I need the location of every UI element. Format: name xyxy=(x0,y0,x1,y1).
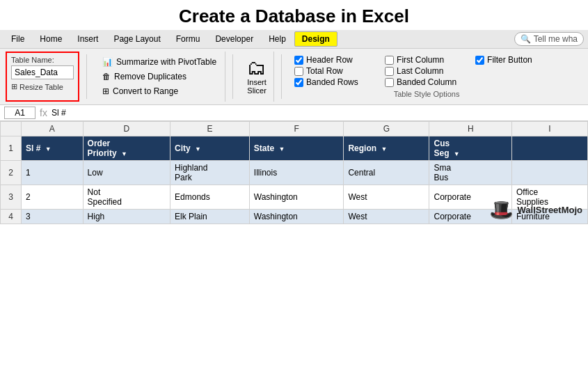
col-header-row: A D E F G H I xyxy=(1,122,588,136)
convert-to-range-button[interactable]: ⊞ Convert to Range xyxy=(100,85,219,97)
insert-slicer-button[interactable]: 🗂 InsertSlicer xyxy=(240,52,274,102)
th-cus: CusSeg ▼ xyxy=(429,136,512,161)
separator-2 xyxy=(232,54,233,99)
cell-2-h: SmaBus xyxy=(429,161,512,185)
th-extra xyxy=(511,136,587,161)
row-num-1: 1 xyxy=(1,136,22,161)
separator-3 xyxy=(281,54,282,99)
first-column-option[interactable]: First Column xyxy=(385,55,468,65)
fx-symbol: fx xyxy=(40,107,47,118)
header-row-checkbox[interactable] xyxy=(294,56,303,65)
cell-2-f: Illinois xyxy=(249,161,344,185)
style-options-row-2: Total Row Last Column xyxy=(294,66,559,76)
tell-me-text: Tell me wha xyxy=(534,34,578,44)
formula-content: Sl # xyxy=(51,108,584,118)
banded-rows-checkbox[interactable] xyxy=(294,78,303,87)
tab-page-layout[interactable]: Page Layout xyxy=(106,32,167,46)
corner-cell xyxy=(1,122,22,136)
cell-reference-input[interactable] xyxy=(4,107,35,119)
cell-2-d: Low xyxy=(83,161,170,185)
col-header-g: G xyxy=(344,122,429,136)
tab-file[interactable]: File xyxy=(4,32,31,46)
cell-2-i xyxy=(511,161,587,185)
th-city: City ▼ xyxy=(170,136,250,161)
slicer-icon: 🗂 xyxy=(247,58,267,78)
cell-4-f: Washington xyxy=(249,210,344,224)
separator-1 xyxy=(86,54,87,99)
resize-label: Resize Table xyxy=(19,83,63,91)
pivot-icon: 📊 xyxy=(102,57,113,67)
remove-dup-icon: 🗑 xyxy=(102,72,111,81)
table-name-input[interactable] xyxy=(11,65,74,79)
table-name-label: Table Name: xyxy=(11,56,74,64)
tab-formula[interactable]: Formu xyxy=(169,32,207,46)
tab-home[interactable]: Home xyxy=(33,32,69,46)
banded-rows-option[interactable]: Banded Rows xyxy=(294,77,378,87)
search-icon: 🔍 xyxy=(521,34,531,44)
tab-insert[interactable]: Insert xyxy=(70,32,105,46)
th-sl: Sl # ▼ xyxy=(22,136,84,161)
ribbon-tabs: File Home Insert Page Layout Formu Devel… xyxy=(0,30,588,49)
th-state: State ▼ xyxy=(249,136,344,161)
col-header-a: A xyxy=(22,122,84,136)
last-column-option[interactable]: Last Column xyxy=(385,66,468,76)
formula-bar: fx Sl # xyxy=(0,105,588,121)
header-row-label: Header Row xyxy=(306,55,353,65)
banded-column-checkbox[interactable] xyxy=(385,78,394,87)
slicer-label: InsertSlicer xyxy=(247,78,267,95)
convert-label: Convert to Range xyxy=(113,86,178,96)
filter-button-label: Filter Button xyxy=(487,55,532,65)
tell-me-search[interactable]: 🔍 Tell me wha xyxy=(514,32,584,46)
first-column-label: First Column xyxy=(397,55,444,65)
resize-table-button[interactable]: ⊞ Resize Table xyxy=(11,82,74,91)
table-header-row: 1 Sl # ▼ OrderPriority ▼ City ▼ State ▼ … xyxy=(1,136,588,161)
col-header-i: I xyxy=(511,122,587,136)
table-name-group: Table Name: ⊞ Resize Table xyxy=(6,52,79,102)
th-region: Region ▼ xyxy=(344,136,429,161)
watermark-text: WallStreetMojo xyxy=(518,205,582,215)
col-header-f: F xyxy=(249,122,344,136)
cell-4-g: West xyxy=(344,210,429,224)
tab-help[interactable]: Help xyxy=(262,32,293,46)
banded-column-label: Banded Column xyxy=(397,77,456,87)
remove-dup-label: Remove Duplicates xyxy=(114,72,186,81)
watermark-icon: 🎩 xyxy=(489,198,514,221)
cell-3-e: Edmonds xyxy=(170,185,250,210)
first-column-checkbox[interactable] xyxy=(385,56,394,65)
resize-icon: ⊞ xyxy=(11,82,17,91)
last-column-checkbox[interactable] xyxy=(385,67,394,76)
filter-button-option[interactable]: Filter Button xyxy=(475,55,559,65)
tab-developer[interactable]: Developer xyxy=(208,32,260,46)
tab-design[interactable]: Design xyxy=(294,31,337,47)
watermark: 🎩 WallStreetMojo xyxy=(489,198,582,221)
spreadsheet-area: A D E F G H I 1 Sl # ▼ OrderPriority ▼ C… xyxy=(0,121,588,224)
col-header-e: E xyxy=(170,122,250,136)
cell-4-d: High xyxy=(83,210,170,224)
row-num-2: 2 xyxy=(1,161,22,185)
cell-4-a: 3 xyxy=(22,210,84,224)
total-row-option[interactable]: Total Row xyxy=(294,66,378,76)
style-options-group: Header Row First Column Filter Button To… xyxy=(289,52,564,102)
remove-duplicates-button[interactable]: 🗑 Remove Duplicates xyxy=(100,70,219,83)
page-title: Create a Database in Excel xyxy=(0,0,588,30)
cell-3-a: 2 xyxy=(22,185,84,210)
banded-column-option[interactable]: Banded Column xyxy=(385,77,468,87)
cell-4-e: Elk Plain xyxy=(170,210,250,224)
cell-2-e: HighlandPark xyxy=(170,161,250,185)
style-options-title: Table Style Options xyxy=(294,90,559,98)
style-options-row-3: Banded Rows Banded Column xyxy=(294,77,559,87)
total-row-checkbox[interactable] xyxy=(294,67,303,76)
table-row: 2 1 Low HighlandPark Illinois Central Sm… xyxy=(1,161,588,185)
summarize-pivottable-button[interactable]: 📊 Summarize with PivotTable xyxy=(100,56,219,68)
last-column-label: Last Column xyxy=(397,66,443,76)
cell-2-a: 1 xyxy=(22,161,84,185)
convert-icon: ⊞ xyxy=(102,86,109,96)
banded-rows-label: Banded Rows xyxy=(306,77,358,87)
th-order: OrderPriority ▼ xyxy=(83,136,170,161)
filter-button-checkbox[interactable] xyxy=(475,56,484,65)
row-num-3: 3 xyxy=(1,185,22,210)
style-options-row-1: Header Row First Column Filter Button xyxy=(294,55,559,65)
header-row-option[interactable]: Header Row xyxy=(294,55,378,65)
cell-2-g: Central xyxy=(344,161,429,185)
tools-group: 📊 Summarize with PivotTable 🗑 Remove Dup… xyxy=(94,52,225,102)
